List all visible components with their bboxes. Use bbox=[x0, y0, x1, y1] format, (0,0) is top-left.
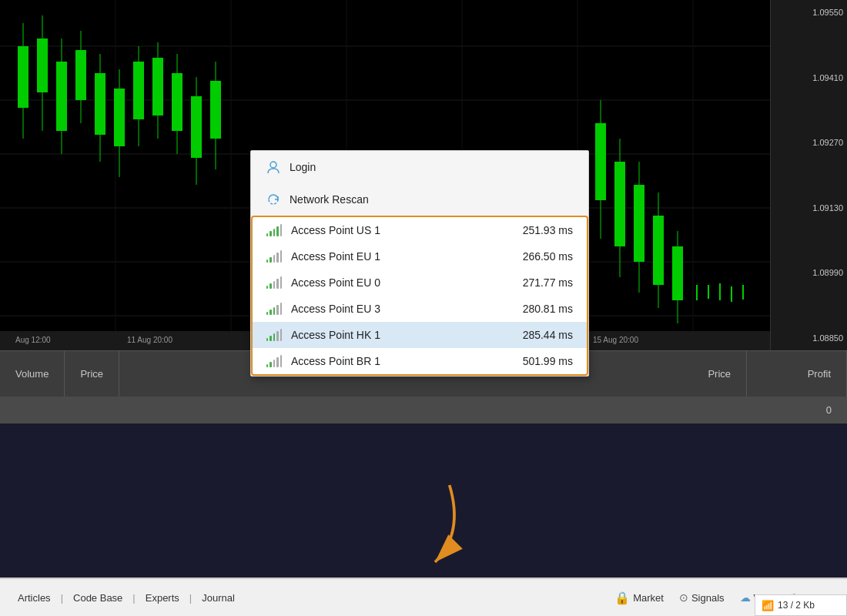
access-point-name: Access Point EU 0 bbox=[291, 276, 494, 289]
access-point-item[interactable]: Access Point HK 1285.44 ms bbox=[253, 322, 587, 348]
tab-codebase[interactable]: Code Base bbox=[67, 588, 129, 608]
access-points-box: Access Point US 1251.93 msAccess Point E… bbox=[251, 216, 588, 376]
price-label-6: 1.08850 bbox=[775, 333, 843, 343]
svg-rect-24 bbox=[114, 89, 125, 146]
svg-rect-44 bbox=[672, 246, 683, 300]
access-point-ping: 285.44 ms bbox=[504, 329, 573, 341]
status-text: 13 / 2 Kb bbox=[778, 600, 815, 611]
tab-bar: Articles | Code Base | Experts | Journal… bbox=[0, 578, 847, 616]
price-column-left: Price bbox=[65, 351, 119, 397]
price-axis: 1.09550 1.09410 1.09270 1.09130 1.08990 … bbox=[770, 0, 847, 350]
svg-rect-20 bbox=[75, 50, 86, 100]
rescan-icon bbox=[265, 191, 282, 208]
profit-value: 0 bbox=[826, 404, 847, 416]
network-rescan-menu-item[interactable]: Network Rescan bbox=[251, 183, 588, 216]
price-label-3: 1.09270 bbox=[775, 138, 843, 147]
tab-journal[interactable]: Journal bbox=[196, 588, 241, 608]
tab-sep-3: | bbox=[189, 592, 192, 604]
svg-rect-42 bbox=[653, 216, 664, 285]
profit-label: Profit bbox=[808, 368, 831, 380]
svg-rect-18 bbox=[56, 62, 67, 131]
access-point-name: Access Point EU 3 bbox=[291, 303, 494, 315]
price-label-left: Price bbox=[80, 368, 103, 380]
price-label-1: 1.09550 bbox=[775, 8, 843, 17]
access-point-name: Access Point HK 1 bbox=[291, 329, 494, 341]
network-rescan-label: Network Rescan bbox=[290, 193, 369, 206]
svg-rect-32 bbox=[191, 96, 202, 158]
access-point-ping: 271.77 ms bbox=[504, 276, 573, 289]
signal-bars-icon bbox=[266, 329, 282, 341]
access-point-ping: 266.50 ms bbox=[504, 250, 573, 263]
tab-sep-2: | bbox=[132, 592, 135, 604]
tab-market[interactable]: 🔒 Market bbox=[608, 587, 670, 609]
status-bar: 📶 13 / 2 Kb bbox=[755, 594, 847, 616]
lock-icon: 🔒 bbox=[614, 591, 630, 605]
svg-rect-36 bbox=[595, 123, 606, 200]
login-menu-item[interactable]: Login bbox=[251, 151, 588, 183]
svg-rect-14 bbox=[18, 46, 28, 108]
access-point-name: Access Point EU 1 bbox=[291, 250, 494, 263]
svg-rect-26 bbox=[133, 62, 144, 119]
market-label: Market bbox=[633, 592, 664, 604]
volume-label: Volume bbox=[15, 368, 49, 380]
trade-row-empty: 0 bbox=[0, 397, 847, 424]
svg-point-56 bbox=[270, 162, 276, 168]
access-point-item[interactable]: Access Point BR 1501.99 ms bbox=[253, 348, 587, 374]
price-label-4: 1.09130 bbox=[775, 203, 843, 213]
price-label-5: 1.08990 bbox=[775, 268, 843, 277]
wifi-icon: ⊙ bbox=[679, 591, 688, 604]
access-point-ping: 251.93 ms bbox=[504, 224, 573, 236]
access-point-name: Access Point BR 1 bbox=[291, 355, 494, 367]
signal-bars-icon bbox=[266, 303, 282, 315]
svg-rect-30 bbox=[172, 73, 182, 131]
tab-experts[interactable]: Experts bbox=[139, 588, 186, 608]
svg-rect-28 bbox=[152, 58, 163, 116]
price-label-right: Price bbox=[708, 368, 731, 380]
svg-rect-16 bbox=[37, 38, 48, 92]
orange-arrow bbox=[377, 474, 493, 574]
signal-bars-icon bbox=[266, 224, 282, 236]
profit-column: Profit bbox=[747, 351, 847, 397]
svg-rect-22 bbox=[95, 73, 105, 135]
price-column-right: Price bbox=[692, 351, 747, 397]
access-point-item[interactable]: Access Point EU 0271.77 ms bbox=[253, 270, 587, 296]
signal-bars-icon bbox=[266, 250, 282, 263]
login-label: Login bbox=[290, 161, 316, 173]
tab-articles[interactable]: Articles bbox=[12, 588, 57, 608]
price-label-2: 1.09410 bbox=[775, 73, 843, 82]
tab-sep-1: | bbox=[61, 592, 63, 604]
signal-bars-icon bbox=[266, 276, 282, 289]
access-point-item[interactable]: Access Point US 1251.93 ms bbox=[253, 217, 587, 243]
access-point-name: Access Point US 1 bbox=[291, 224, 494, 236]
svg-rect-34 bbox=[210, 81, 221, 139]
signal-bars-icon bbox=[266, 355, 282, 367]
tab-signals[interactable]: ⊙ Signals bbox=[673, 588, 731, 608]
signals-label: Signals bbox=[691, 592, 725, 604]
svg-rect-38 bbox=[614, 162, 625, 246]
svg-rect-40 bbox=[634, 185, 644, 262]
access-point-ping: 280.81 ms bbox=[504, 303, 573, 315]
svg-text:Aug 12:00: Aug 12:00 bbox=[15, 336, 51, 344]
user-icon bbox=[265, 159, 282, 176]
access-point-item[interactable]: Access Point EU 3280.81 ms bbox=[253, 296, 587, 322]
access-point-item[interactable]: Access Point EU 1266.50 ms bbox=[253, 243, 587, 270]
context-menu: Login Network Rescan Access Point US 125… bbox=[250, 150, 589, 377]
signal-icon-status: 📶 bbox=[762, 600, 774, 611]
cloud-icon: ☁ bbox=[740, 591, 751, 604]
svg-text:11 Aug 20:00: 11 Aug 20:00 bbox=[127, 336, 172, 344]
access-point-ping: 501.99 ms bbox=[504, 355, 573, 367]
svg-text:15 Aug 20:00: 15 Aug 20:00 bbox=[593, 336, 638, 344]
volume-column: Volume bbox=[0, 351, 65, 397]
